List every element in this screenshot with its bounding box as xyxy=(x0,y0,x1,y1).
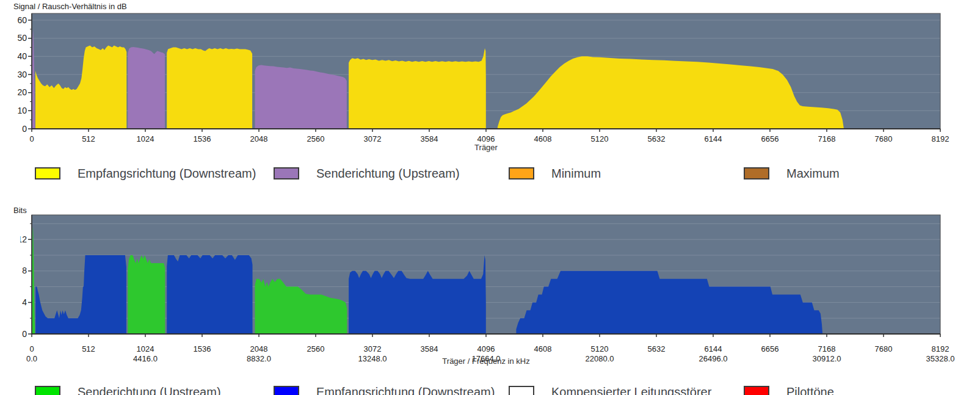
legend-item-maximum: Maximum xyxy=(744,166,840,187)
snr-y-tick-label: 50 xyxy=(17,33,27,43)
bits-x-tick-label: 4096 xyxy=(477,344,495,353)
snr-legend: Empfangsrichtung (Downstream) Sendericht… xyxy=(0,166,980,187)
snr-y-tick-label: 20 xyxy=(17,87,27,97)
bits-x-tick-label: 5632 xyxy=(648,344,666,353)
snr-y-tick-label: 10 xyxy=(17,106,27,115)
legend-item-upstream-bits: Senderichtung (Upstream) xyxy=(35,385,221,395)
dsl-spectrum-page: Signal / Rausch-Verhältnis in dB 0512102… xyxy=(0,0,980,395)
legend-label: Empfangsrichtung (Downstream) xyxy=(78,166,256,181)
legend-item-compensated-disturber: Kompensierter Leitungsstörer xyxy=(509,385,711,395)
legend-label: Kompensierter Leitungsstörer xyxy=(551,385,711,395)
snr-x-tick-label: 2560 xyxy=(307,134,325,143)
legend-label: Senderichtung (Upstream) xyxy=(78,385,221,395)
bits-freq-tick-label: 8832.0 xyxy=(247,354,271,363)
bits-x-tick-label: 8192 xyxy=(932,344,949,353)
snr-x-tick-label: 512 xyxy=(82,134,95,143)
snr-x-tick-label: 4096 xyxy=(477,134,495,143)
legend-label: Senderichtung (Upstream) xyxy=(316,166,460,181)
bits-y-label-group: 04812 xyxy=(17,234,27,339)
bits-x-tick-label: 5120 xyxy=(591,344,609,353)
compensated-disturber-swatch xyxy=(509,386,534,395)
bits-y-tick-label: 4 xyxy=(22,297,27,307)
snr-x-tick-label: 1536 xyxy=(194,134,211,143)
snr-chart: 0512102415362048256030723584409646085120… xyxy=(0,0,980,159)
bits-y-tick-label: 0 xyxy=(22,329,27,339)
upstream-swatch xyxy=(274,167,299,179)
snr-x-axis-title: Träger xyxy=(474,143,498,152)
bits-x-tick-label: 1536 xyxy=(194,344,211,353)
snr-x-tick-label: 5120 xyxy=(591,134,609,143)
snr-senderichtung-upstream-band-1 xyxy=(128,47,165,129)
legend-label: Minimum xyxy=(551,166,601,181)
maximum-swatch xyxy=(744,167,769,179)
snr-x-tick-label: 7168 xyxy=(818,134,836,143)
bits-freq-tick-label: 35328.0 xyxy=(926,354,955,363)
bits-y-tick-label: 12 xyxy=(17,234,27,244)
legend-item-upstream-snr: Senderichtung (Upstream) xyxy=(274,166,460,187)
downstream-swatch xyxy=(274,386,299,395)
snr-x-tick-label: 3072 xyxy=(364,134,382,143)
legend-label: Empfangsrichtung (Downstream) xyxy=(316,385,495,395)
bits-x-tick-label: 7168 xyxy=(818,344,836,353)
snr-x-tick-label: 7680 xyxy=(875,134,893,143)
bits-x-tick-label: 0 xyxy=(29,344,34,353)
snr-y-tick-label: 60 xyxy=(17,15,27,25)
bits-x-tick-label: 1024 xyxy=(137,344,154,353)
legend-item-minimum: Minimum xyxy=(509,166,601,187)
snr-y-tick-label: 30 xyxy=(17,70,27,79)
snr-empfangsrichtung-downstream-band-1 xyxy=(167,48,252,129)
snr-x-tick-label: 8192 xyxy=(932,134,949,143)
bits-empfangsrichtung-downstream-band-1 xyxy=(167,255,252,334)
bits-x-tick-label: 4608 xyxy=(534,344,552,353)
minimum-swatch xyxy=(509,167,534,179)
bits-x-tick-label: 3072 xyxy=(364,344,382,353)
bits-freq-tick-label: 0.0 xyxy=(26,354,37,363)
snr-x-tick-label: 1024 xyxy=(137,134,154,143)
bits-freq-tick-label: 22080.0 xyxy=(586,354,614,363)
bits-freq-tick-label: 26496.0 xyxy=(699,354,728,363)
snr-x-tick-label: 6656 xyxy=(761,134,779,143)
snr-y-tick-label: 40 xyxy=(17,51,27,61)
bits-x-axis-title: Träger / Frequenz in kHz xyxy=(442,357,529,366)
legend-label: Pilottöne xyxy=(786,385,834,395)
snr-x-tick-label: 4608 xyxy=(534,134,552,143)
bits-y-tick-label: 8 xyxy=(22,266,27,275)
snr-x-tick-label: 0 xyxy=(29,134,34,143)
bits-x-tick-label: 2560 xyxy=(307,344,325,353)
bits-x-tick-label: 6144 xyxy=(705,344,722,353)
bits-x-tick-label: 512 xyxy=(82,344,95,353)
bits-freq-tick-label: 4416.0 xyxy=(133,354,158,363)
snr-y-tick-label: 0 xyxy=(22,124,27,134)
legend-label: Maximum xyxy=(786,166,840,181)
snr-x-tick-label: 5632 xyxy=(648,134,666,143)
bits-x-tick-label: 3584 xyxy=(421,344,438,353)
bits-freq-tick-label: 30912.0 xyxy=(813,354,841,363)
upstream-swatch xyxy=(35,386,60,395)
downstream-swatch xyxy=(35,167,60,179)
bits-x-tick-label: 7680 xyxy=(875,344,893,353)
legend-item-pilot-tones: Pilottöne xyxy=(744,385,834,395)
snr-x-tick-label: 2048 xyxy=(250,134,268,143)
snr-x-tick-label: 3584 xyxy=(421,134,438,143)
bits-legend: Senderichtung (Upstream) Empfangsrichtun… xyxy=(0,385,980,395)
bits-freq-tick-label: 13248.0 xyxy=(358,354,387,363)
legend-item-downstream-bits: Empfangsrichtung (Downstream) xyxy=(274,385,495,395)
snr-x-tick-label: 6144 xyxy=(705,134,722,143)
bits-x-tick-label: 6656 xyxy=(761,344,779,353)
bits-x-tick-label: 2048 xyxy=(250,344,268,353)
legend-item-downstream-snr: Empfangsrichtung (Downstream) xyxy=(35,166,256,187)
bits-senderichtung-upstream-band-1 xyxy=(128,255,165,334)
pilot-tones-swatch xyxy=(744,386,769,395)
bits-chart: 0512102415362048256030723584409646085120… xyxy=(0,201,980,385)
